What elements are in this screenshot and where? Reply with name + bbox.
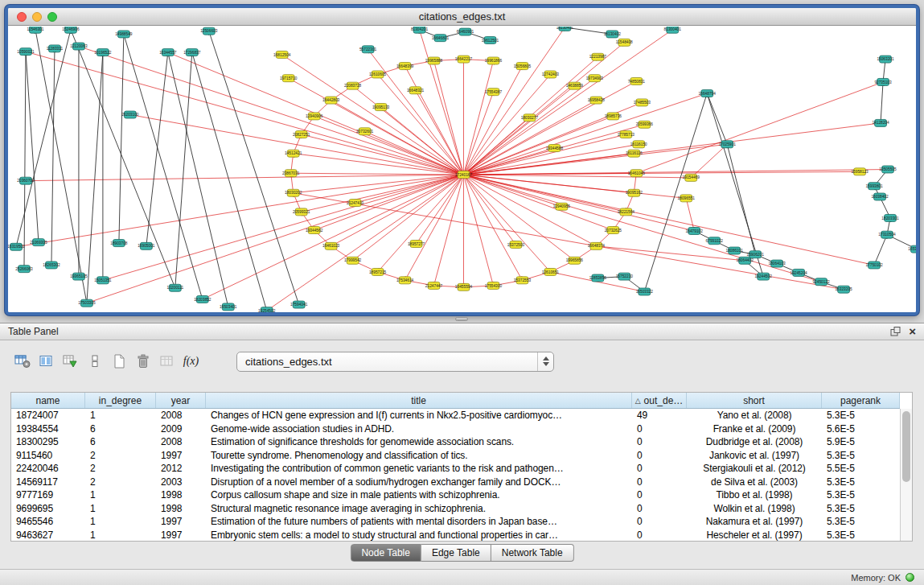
graph-node[interactable]: 18903708 — [110, 240, 128, 247]
graph-node[interactable]: 19095133 — [372, 104, 390, 111]
graph-node[interactable]: 16812504 — [273, 51, 291, 58]
graph-node[interactable]: 18203852 — [194, 295, 211, 303]
create-column-button[interactable] — [108, 351, 129, 372]
graph-node[interactable]: 18030277 — [521, 114, 539, 122]
graph-node[interactable]: 18985736 — [605, 113, 622, 120]
graph-node[interactable]: 20827251 — [293, 131, 310, 138]
column-header-year[interactable]: year — [156, 393, 206, 408]
graph-node[interactable]: 18130401 — [556, 27, 574, 31]
graph-node[interactable]: 17503305 — [78, 299, 96, 307]
graph-node[interactable]: 19154469 — [683, 174, 700, 181]
graph-node[interactable]: 19254502 — [258, 307, 276, 312]
graph-node[interactable]: 67991022 — [706, 237, 724, 245]
graph-node[interactable]: 10590021 — [17, 48, 35, 56]
graph-node[interactable]: 14128204 — [872, 119, 889, 126]
graph-node[interactable]: 12853856 — [589, 274, 607, 282]
graph-node[interactable]: 17296837 — [183, 49, 201, 56]
float-panel-button[interactable] — [890, 327, 901, 336]
graph-node[interactable]: 21247410 — [347, 200, 364, 207]
minimize-window-button[interactable] — [32, 12, 42, 22]
table-row[interactable]: 911546021997Tourette syndrome. Phenomeno… — [11, 449, 900, 463]
graph-node[interactable]: 14512421 — [285, 150, 302, 157]
graph-node[interactable]: 21247447 — [425, 282, 443, 289]
graph-node[interactable]: 15051351 — [94, 277, 112, 284]
tab-network-table[interactable]: Network Table — [491, 544, 574, 562]
graph-node[interactable]: 16530201 — [908, 245, 916, 253]
table-row[interactable]: 969969511998Structural magnetic resonanc… — [11, 502, 900, 516]
splitter-handle[interactable] — [0, 315, 924, 323]
graph-node[interactable]: 74850831 — [628, 77, 646, 84]
graph-node[interactable]: 12742403 — [542, 71, 560, 78]
graph-node[interactable]: 19734903 — [586, 75, 604, 82]
graph-node[interactable]: 16116150 — [630, 141, 647, 148]
network-canvas-svg[interactable]: 1724016716461045190951621822156420732625… — [8, 27, 916, 312]
table-row[interactable]: 977716911998Corpus callosum shape and si… — [11, 488, 900, 502]
graph-node[interactable]: 11546301 — [27, 27, 43, 33]
table-row[interactable]: 1872400712008Changes of HCN gene express… — [11, 409, 900, 422]
graph-node[interactable]: 16503322 — [636, 288, 654, 295]
graph-node[interactable]: 10200111 — [167, 284, 184, 291]
graph-node[interactable]: 18130402 — [604, 31, 622, 38]
graph-node[interactable]: 17310504 — [878, 231, 896, 238]
graph-node[interactable]: 18096551 — [678, 195, 696, 202]
graph-node[interactable]: 16479102 — [686, 227, 704, 234]
graph-node[interactable]: 17999542 — [344, 257, 362, 264]
column-header-short[interactable]: short — [687, 393, 822, 408]
graph-node[interactable]: 17750102 — [865, 262, 883, 269]
graph-node[interactable]: 15056805 — [514, 63, 532, 70]
graph-node[interactable]: 12120063 — [70, 43, 88, 50]
graph-node[interactable]: 17534614 — [396, 277, 414, 284]
table-row[interactable]: 946362711997Embryonic stem cells: a mode… — [11, 529, 900, 542]
close-panel-button[interactable]: × — [909, 326, 916, 337]
scrollbar-thumb[interactable] — [902, 411, 910, 482]
graph-node[interactable]: 16461023 — [322, 242, 340, 249]
graph-node[interactable]: 16442803 — [322, 97, 340, 104]
table-row[interactable]: 946554611997Estimation of the future num… — [11, 515, 900, 529]
table-row[interactable]: 1938455462009Genome-wide association stu… — [11, 422, 900, 436]
graph-node[interactable]: 19715710 — [280, 75, 298, 82]
rename-column-button[interactable] — [156, 351, 178, 372]
graph-node[interactable]: 16646801 — [432, 35, 450, 42]
graph-node[interactable]: 19095162 — [626, 189, 643, 196]
graph-node[interactable]: 17485503 — [634, 99, 651, 106]
graph-node[interactable]: 12610605 — [369, 71, 387, 78]
graph-node[interactable]: 18957215 — [369, 268, 387, 275]
graph-node[interactable]: 26203100 — [121, 111, 139, 118]
graph-node[interactable]: 22083728 — [344, 82, 362, 89]
function-builder-button[interactable]: f(x) — [180, 351, 202, 372]
graph-node[interactable]: 19965888 — [425, 57, 443, 64]
graph-node[interactable]: 15372553 — [514, 277, 532, 284]
graph-node[interactable]: 15993801 — [865, 183, 883, 190]
import-table-button[interactable] — [60, 351, 81, 372]
graph-node[interactable]: 21069305 — [30, 239, 47, 246]
show-columns-button[interactable] — [35, 351, 57, 372]
graph-node[interactable]: 20599366 — [636, 121, 654, 128]
graph-node[interactable]: 16116116 — [626, 150, 643, 157]
graph-node[interactable]: 92450122 — [812, 278, 830, 286]
graph-node[interactable]: 23867031 — [282, 170, 300, 177]
graph-node[interactable]: 12940955 — [553, 203, 571, 210]
graph-node[interactable]: 16503401 — [220, 303, 237, 311]
graph-node[interactable]: 16648374 — [588, 242, 606, 249]
graph-node[interactable]: 18221564 — [618, 208, 635, 216]
graph-node[interactable]: 19365105 — [70, 273, 88, 280]
table-options-button[interactable] — [11, 351, 33, 372]
tab-edge-table[interactable]: Edge Table — [421, 544, 491, 562]
graph-node[interactable]: 20599321 — [293, 208, 310, 216]
graph-node[interactable]: 15752210 — [616, 273, 634, 280]
graph-node[interactable]: 11283311 — [47, 45, 64, 52]
graph-node[interactable]: 16642217 — [455, 56, 473, 63]
graph-node[interactable]: 16958428 — [588, 97, 606, 104]
table-row[interactable]: 1456911722003Disruption of a novel membe… — [11, 476, 900, 489]
graph-node[interactable]: 18265302 — [43, 262, 60, 269]
graph-node[interactable]: 19612501 — [482, 37, 499, 44]
column-header-out-de[interactable]: △out_de… — [632, 393, 687, 408]
graph-node[interactable]: 17594341 — [290, 301, 308, 308]
graph-node[interactable]: 15958123 — [851, 168, 869, 175]
graph-node[interactable]: 25266063 — [15, 266, 33, 273]
graph-node[interactable]: 19344562 — [306, 227, 323, 234]
network-canvas[interactable]: 1724016716461045190951621822156420732625… — [8, 27, 916, 312]
close-window-button[interactable] — [17, 12, 27, 22]
graph-node[interactable]: 81300401 — [664, 27, 682, 33]
graph-node[interactable]: 16461045 — [628, 170, 646, 177]
